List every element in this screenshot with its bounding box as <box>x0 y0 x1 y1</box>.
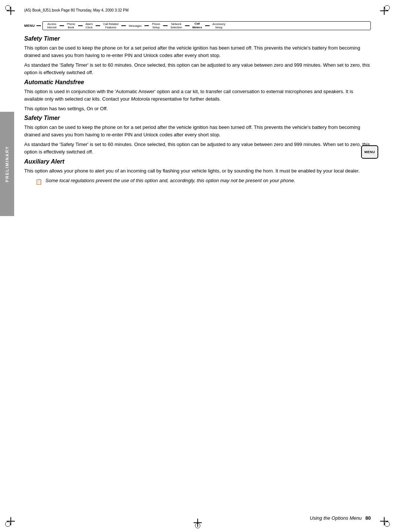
main-content: Safety Timer This option can be used to … <box>24 35 371 506</box>
nav-item-access-internet[interactable]: Access Internet <box>45 22 59 29</box>
footer: Using the Options Menu 80 <box>24 515 371 521</box>
para-ah-2: This option has two settings, On or Off. <box>24 105 371 113</box>
nav-item-alarm-clock[interactable]: Alarm Clock <box>83 22 95 29</box>
off-glyph: Off <box>100 106 106 111</box>
nav-item-network-selection[interactable]: Network Selection <box>168 22 184 29</box>
menu-label: MENU <box>24 24 35 28</box>
crosshair-br <box>380 517 388 525</box>
section-auxiliary-alert: Auxiliary Alert This option allows your … <box>24 158 371 186</box>
nav-sep-7 <box>185 25 189 26</box>
crosshair-tr <box>380 7 388 15</box>
section-body-safety-timer-1: This option can be used to keep the phon… <box>24 44 371 77</box>
section-title-automatic-handsfree: Automatic Handsfree <box>24 79 371 86</box>
book-header-text: (A5) Book_8J51.book Page 80 Thursday, Ma… <box>24 8 128 12</box>
preliminary-label: PRELIMINARY <box>0 112 14 216</box>
nav-sep-4 <box>121 25 126 26</box>
nav-sep-6 <box>163 25 168 26</box>
section-title-safety-timer-1: Safety Timer <box>24 35 371 42</box>
nav-item-call-meters[interactable]: Call Meters <box>190 22 204 29</box>
para-st2-2: As standard the 'Safety Timer' is set to… <box>24 141 371 156</box>
para-ah-1: This option is used in conjunction with … <box>24 88 371 103</box>
circle-bottom-center <box>195 523 200 528</box>
nav-sep-3 <box>96 25 100 26</box>
book-header: (A5) Book_8J51.book Page 80 Thursday, Ma… <box>24 8 371 12</box>
nav-sep-8 <box>205 25 210 26</box>
para-aa-1: This option allows your phone to alert y… <box>24 167 371 175</box>
footer-text: Using the Options Menu <box>310 515 361 521</box>
note-text: Some local regulations prevent the use o… <box>45 177 295 184</box>
section-body-safety-timer-2: This option can be used to keep the phon… <box>24 124 371 156</box>
para-st1-2: As standard the 'Safety Timer' is set to… <box>24 61 371 76</box>
nav-sep-5 <box>144 25 149 26</box>
nav-item-phone-setup[interactable]: Phone Setup <box>150 22 162 29</box>
nav-item-call-related-features[interactable]: Call Related Features <box>101 22 121 29</box>
section-body-auxiliary-alert: This option allows your phone to alert y… <box>24 167 371 186</box>
nav-item-accessory-setup[interactable]: Accessory Setup <box>210 22 228 29</box>
para-st2-1: This option can be used to keep the phon… <box>24 124 371 139</box>
crosshair-tl <box>7 7 15 15</box>
nav-item-messages[interactable]: Messages <box>127 24 144 28</box>
nav-items-container: Access Internet Phone Book Alarm Clock C… <box>42 21 371 30</box>
nav-sep-2 <box>78 25 83 26</box>
crosshair-bl <box>7 517 15 525</box>
section-automatic-handsfree: Automatic Handsfree This option is used … <box>24 79 371 113</box>
footer-page: 80 <box>366 515 371 521</box>
para-st1-1: This option can be used to keep the phon… <box>24 44 371 59</box>
section-safety-timer-2: Safety Timer This option can be used to … <box>24 115 371 156</box>
section-title-auxiliary-alert: Auxiliary Alert <box>24 158 371 165</box>
menu-line-left <box>36 25 41 26</box>
nav-item-phone-book[interactable]: Phone Book <box>65 22 77 29</box>
brand-motorola: Motorola <box>131 96 150 102</box>
section-title-safety-timer-2: Safety Timer <box>24 115 371 121</box>
note-block-auxiliary-alert: 📋 Some local regulations prevent the use… <box>35 177 371 186</box>
nav-sep-1 <box>60 25 64 26</box>
note-icon: 📋 <box>35 177 42 186</box>
on-glyph: On <box>87 106 93 111</box>
section-safety-timer-1: Safety Timer This option can be used to … <box>24 35 371 77</box>
nav-bar: MENU Access Internet Phone Book Alarm Cl… <box>24 20 371 31</box>
section-body-automatic-handsfree: This option is used in conjunction with … <box>24 88 371 113</box>
